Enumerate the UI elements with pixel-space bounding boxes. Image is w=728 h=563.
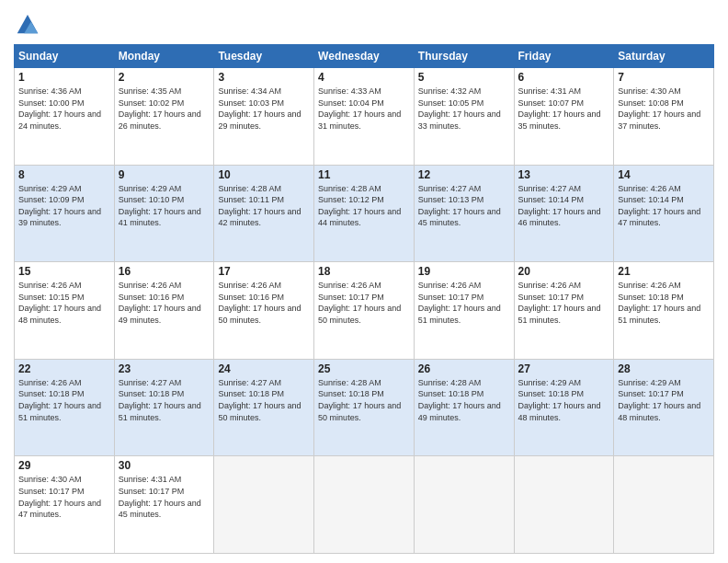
day-info: Sunrise: 4:26 AM Sunset: 10:17 PM Daylig… (418, 280, 510, 326)
day-info: Sunrise: 4:28 AM Sunset: 10:18 PM Daylig… (418, 377, 510, 423)
day-info: Sunrise: 4:27 AM Sunset: 10:13 PM Daylig… (418, 183, 510, 229)
day-number: 11 (318, 168, 410, 181)
day-info: Sunrise: 4:34 AM Sunset: 10:03 PM Daylig… (218, 86, 310, 132)
day-cell: 1 Sunrise: 4:36 AM Sunset: 10:00 PM Dayl… (15, 68, 115, 166)
day-info: Sunrise: 4:32 AM Sunset: 10:05 PM Daylig… (418, 86, 510, 132)
day-number: 23 (119, 362, 210, 375)
day-number: 12 (418, 168, 510, 181)
day-info: Sunrise: 4:36 AM Sunset: 10:00 PM Daylig… (18, 86, 110, 132)
day-number: 29 (18, 459, 110, 472)
col-header-sunday: Sunday (15, 45, 115, 68)
day-number: 22 (18, 362, 110, 375)
day-info: Sunrise: 4:28 AM Sunset: 10:11 PM Daylig… (218, 183, 310, 229)
day-cell: 9 Sunrise: 4:29 AM Sunset: 10:10 PM Dayl… (114, 165, 214, 262)
day-info: Sunrise: 4:26 AM Sunset: 10:14 PM Daylig… (618, 183, 710, 229)
day-cell: 2 Sunrise: 4:35 AM Sunset: 10:02 PM Dayl… (114, 68, 214, 166)
day-info: Sunrise: 4:26 AM Sunset: 10:17 PM Daylig… (318, 280, 410, 326)
calendar: SundayMondayTuesdayWednesdayThursdayFrid… (14, 44, 714, 554)
day-info: Sunrise: 4:30 AM Sunset: 10:08 PM Daylig… (618, 86, 710, 132)
day-cell: 22 Sunrise: 4:26 AM Sunset: 10:18 PM Day… (15, 359, 115, 456)
day-cell: 5 Sunrise: 4:32 AM Sunset: 10:05 PM Dayl… (414, 68, 514, 166)
day-info: Sunrise: 4:28 AM Sunset: 10:12 PM Daylig… (318, 183, 410, 229)
col-header-monday: Monday (114, 45, 214, 68)
day-cell: 23 Sunrise: 4:27 AM Sunset: 10:18 PM Day… (114, 359, 214, 456)
day-info: Sunrise: 4:27 AM Sunset: 10:18 PM Daylig… (119, 377, 210, 423)
day-cell: 18 Sunrise: 4:26 AM Sunset: 10:17 PM Day… (314, 262, 415, 360)
day-cell (614, 456, 714, 554)
day-cell: 3 Sunrise: 4:34 AM Sunset: 10:03 PM Dayl… (214, 68, 314, 166)
day-info: Sunrise: 4:29 AM Sunset: 10:09 PM Daylig… (18, 183, 110, 229)
day-cell: 29 Sunrise: 4:30 AM Sunset: 10:17 PM Day… (15, 456, 115, 554)
day-info: Sunrise: 4:26 AM Sunset: 10:18 PM Daylig… (618, 280, 710, 326)
day-info: Sunrise: 4:26 AM Sunset: 10:16 PM Daylig… (119, 280, 210, 326)
day-number: 13 (518, 168, 610, 181)
day-number: 3 (218, 71, 310, 84)
day-number: 17 (218, 265, 310, 278)
day-info: Sunrise: 4:26 AM Sunset: 10:18 PM Daylig… (18, 377, 110, 423)
day-cell: 15 Sunrise: 4:26 AM Sunset: 10:15 PM Day… (15, 262, 115, 360)
day-cell: 4 Sunrise: 4:33 AM Sunset: 10:04 PM Dayl… (314, 68, 415, 166)
day-info: Sunrise: 4:35 AM Sunset: 10:02 PM Daylig… (119, 86, 210, 132)
day-number: 15 (18, 265, 110, 278)
day-info: Sunrise: 4:26 AM Sunset: 10:17 PM Daylig… (518, 280, 610, 326)
day-number: 2 (119, 71, 210, 84)
day-number: 25 (318, 362, 410, 375)
day-cell (314, 456, 415, 554)
week-row-4: 22 Sunrise: 4:26 AM Sunset: 10:18 PM Day… (15, 359, 714, 456)
day-cell: 7 Sunrise: 4:30 AM Sunset: 10:08 PM Dayl… (614, 68, 714, 166)
day-info: Sunrise: 4:31 AM Sunset: 10:17 PM Daylig… (119, 474, 210, 520)
day-cell: 28 Sunrise: 4:29 AM Sunset: 10:17 PM Day… (614, 359, 714, 456)
day-info: Sunrise: 4:27 AM Sunset: 10:18 PM Daylig… (218, 377, 310, 423)
day-cell (514, 456, 614, 554)
logo (14, 9, 45, 37)
day-cell: 26 Sunrise: 4:28 AM Sunset: 10:18 PM Day… (414, 359, 514, 456)
day-number: 8 (18, 168, 110, 181)
day-number: 16 (119, 265, 210, 278)
day-number: 21 (618, 265, 710, 278)
day-info: Sunrise: 4:27 AM Sunset: 10:14 PM Daylig… (518, 183, 610, 229)
logo-icon (14, 9, 41, 37)
day-cell: 27 Sunrise: 4:29 AM Sunset: 10:18 PM Day… (514, 359, 614, 456)
day-number: 4 (318, 71, 410, 84)
day-cell (214, 456, 314, 554)
day-cell: 30 Sunrise: 4:31 AM Sunset: 10:17 PM Day… (114, 456, 214, 554)
week-row-2: 8 Sunrise: 4:29 AM Sunset: 10:09 PM Dayl… (15, 165, 714, 262)
day-number: 6 (518, 71, 610, 84)
day-cell: 11 Sunrise: 4:28 AM Sunset: 10:12 PM Day… (314, 165, 415, 262)
week-row-1: 1 Sunrise: 4:36 AM Sunset: 10:00 PM Dayl… (15, 68, 714, 166)
page: SundayMondayTuesdayWednesdayThursdayFrid… (0, 0, 728, 563)
day-info: Sunrise: 4:31 AM Sunset: 10:07 PM Daylig… (518, 86, 610, 132)
day-cell: 17 Sunrise: 4:26 AM Sunset: 10:16 PM Day… (214, 262, 314, 360)
week-row-5: 29 Sunrise: 4:30 AM Sunset: 10:17 PM Day… (15, 456, 714, 554)
day-number: 10 (218, 168, 310, 181)
day-info: Sunrise: 4:29 AM Sunset: 10:10 PM Daylig… (119, 183, 210, 229)
day-cell: 21 Sunrise: 4:26 AM Sunset: 10:18 PM Day… (614, 262, 714, 360)
day-cell: 14 Sunrise: 4:26 AM Sunset: 10:14 PM Day… (614, 165, 714, 262)
col-header-thursday: Thursday (414, 45, 514, 68)
day-number: 14 (618, 168, 710, 181)
day-info: Sunrise: 4:33 AM Sunset: 10:04 PM Daylig… (318, 86, 410, 132)
day-info: Sunrise: 4:28 AM Sunset: 10:18 PM Daylig… (318, 377, 410, 423)
day-cell: 12 Sunrise: 4:27 AM Sunset: 10:13 PM Day… (414, 165, 514, 262)
day-cell: 19 Sunrise: 4:26 AM Sunset: 10:17 PM Day… (414, 262, 514, 360)
day-number: 28 (618, 362, 710, 375)
day-number: 19 (418, 265, 510, 278)
day-cell: 16 Sunrise: 4:26 AM Sunset: 10:16 PM Day… (114, 262, 214, 360)
day-number: 7 (618, 71, 710, 84)
day-cell: 13 Sunrise: 4:27 AM Sunset: 10:14 PM Day… (514, 165, 614, 262)
day-cell: 20 Sunrise: 4:26 AM Sunset: 10:17 PM Day… (514, 262, 614, 360)
day-cell: 6 Sunrise: 4:31 AM Sunset: 10:07 PM Dayl… (514, 68, 614, 166)
day-cell: 8 Sunrise: 4:29 AM Sunset: 10:09 PM Dayl… (15, 165, 115, 262)
day-cell: 25 Sunrise: 4:28 AM Sunset: 10:18 PM Day… (314, 359, 415, 456)
day-number: 1 (18, 71, 110, 84)
day-number: 24 (218, 362, 310, 375)
day-number: 18 (318, 265, 410, 278)
day-info: Sunrise: 4:26 AM Sunset: 10:16 PM Daylig… (218, 280, 310, 326)
day-number: 30 (119, 459, 210, 472)
col-header-saturday: Saturday (614, 45, 714, 68)
day-number: 5 (418, 71, 510, 84)
day-cell: 10 Sunrise: 4:28 AM Sunset: 10:11 PM Day… (214, 165, 314, 262)
week-row-3: 15 Sunrise: 4:26 AM Sunset: 10:15 PM Day… (15, 262, 714, 360)
day-number: 9 (119, 168, 210, 181)
header-row: SundayMondayTuesdayWednesdayThursdayFrid… (15, 45, 714, 68)
